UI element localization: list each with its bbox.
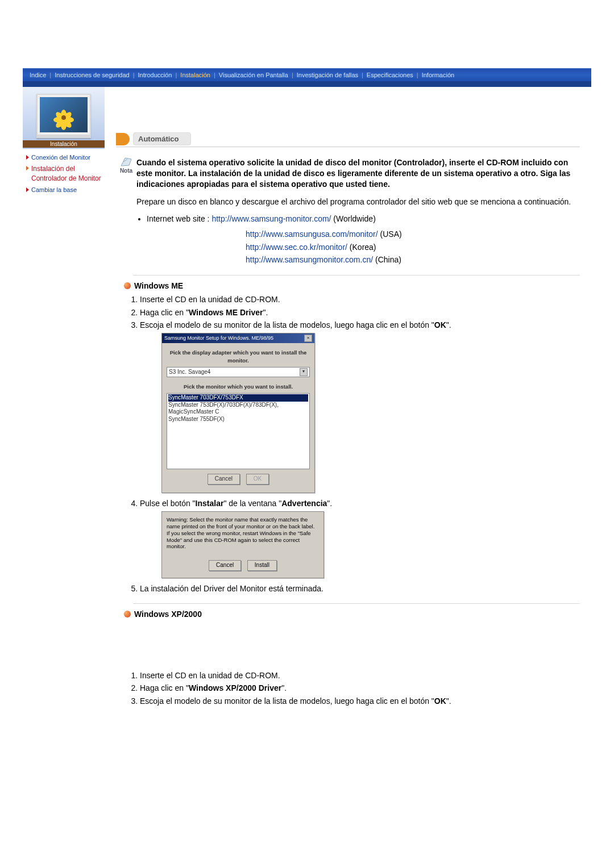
nota-text: Cuando el sistema operativo solicite la …	[136, 157, 580, 190]
install-button[interactable]: Install	[247, 560, 277, 571]
main-content: Automático Nota Cuando el sistema operat…	[105, 87, 591, 734]
link-korea[interactable]: http://www.sec.co.kr/monitor/	[246, 243, 347, 252]
list-item[interactable]: SyncMaster 753DF(X)/703DF(X)/783DF(X), M…	[168, 402, 308, 416]
page: Indice| Instrucciones de seguridad| Intr…	[23, 0, 591, 734]
me-step5: La instalación del Driver del Monitor es…	[140, 583, 580, 594]
nota-row: Nota Cuando el sistema operativo solicit…	[116, 157, 580, 190]
nav-indice[interactable]: Indice	[27, 72, 48, 78]
heading-windows-xp: Windows XP/2000	[124, 610, 580, 619]
hero-image: Instalación	[23, 87, 105, 149]
warning-text: Warning: Select the monitor name that ex…	[167, 516, 319, 550]
chevron-down-icon[interactable]: ▼	[300, 368, 308, 377]
ok-button[interactable]: OK	[246, 474, 269, 485]
link-ww[interactable]: http://www.samsung-monitor.com/	[211, 214, 331, 223]
heading-windows-me: Windows ME	[124, 281, 580, 290]
dlg-label2: Pick the monitor which you want to insta…	[167, 383, 310, 391]
sphere-icon	[124, 611, 131, 617]
nav-bar: Indice| Instrucciones de seguridad| Intr…	[23, 68, 591, 87]
dlg-select-adapter[interactable]: S3 Inc. Savage4▼	[167, 367, 310, 378]
list-item[interactable]: SyncMaster 755DF(X)	[168, 416, 308, 423]
dlg-title-text: Samsung Monitor Setup for Windows. ME/98…	[164, 335, 273, 342]
nav-visualizacion[interactable]: Visualización en Pantalla	[217, 72, 291, 78]
cancel-button[interactable]: Cancel	[208, 474, 240, 485]
link-china[interactable]: http://www.samsungmonitor.com.cn/	[246, 255, 373, 264]
nav-introduccion[interactable]: Introducción	[136, 72, 175, 78]
sidebar: Instalación Conexión del Monitor Instala…	[23, 87, 105, 734]
nav-informacion[interactable]: Información	[420, 72, 457, 78]
list-item[interactable]: SyncMaster 703DFX/753DFX	[168, 394, 308, 402]
me-step4: Pulse el botón "Instalar" de la ventana …	[140, 498, 580, 578]
nav-especificaciones[interactable]: Especificaciones	[364, 72, 416, 78]
nota-icon: Nota	[116, 157, 136, 174]
sub-links: http://www.samsungusa.com/monitor/ (USA)…	[246, 228, 580, 266]
link-prefix: Internet web site :	[147, 214, 211, 223]
section-badge-row: Automático	[116, 132, 580, 147]
steps-me: Inserte el CD en la unidad de CD-ROM. Ha…	[128, 294, 580, 594]
dialog-warning: Warning: Select the monitor name that ex…	[161, 511, 324, 578]
badge-accent	[116, 133, 130, 145]
badge-automatico: Automático	[133, 132, 191, 145]
separator	[133, 603, 580, 604]
dlg-label1: Pick the display adapter which you want …	[167, 349, 310, 365]
nav-instrucciones[interactable]: Instrucciones de seguridad	[52, 72, 131, 78]
xp-step2: Haga clic en "Windows XP/2000 Driver".	[140, 682, 580, 694]
sidebar-link-instalacion[interactable]: Instalación del Controlador de Monitor	[26, 164, 101, 183]
xp-step3: Escoja el modelo de su monitor de la lis…	[140, 695, 580, 707]
me-step2: Haga clic en "Windows ME Driver".	[140, 307, 580, 318]
cancel-button[interactable]: Cancel	[209, 560, 241, 571]
separator	[133, 275, 580, 276]
nav-investigacion[interactable]: Investigación de fallas	[294, 72, 360, 78]
sidebar-link-cambiar[interactable]: Cambiar la base	[26, 186, 101, 194]
dlg-monitor-list[interactable]: SyncMaster 703DFX/753DFX SyncMaster 753D…	[167, 393, 310, 469]
link-ww-suffix: (Worldwide)	[331, 214, 375, 223]
me-step1: Inserte el CD en la unidad de CD-ROM.	[140, 294, 580, 305]
hero-label: Instalación	[23, 140, 105, 148]
prep-text: Prepare un disco en blanco y descargue e…	[136, 197, 580, 208]
dialog-setup: Samsung Monitor Setup for Windows. ME/98…	[161, 333, 315, 493]
me-step3: Escoja el modelo de su monitor de la lis…	[140, 319, 580, 493]
sidebar-link-conexion[interactable]: Conexión del Monitor	[26, 153, 101, 162]
download-links: Internet web site : http://www.samsung-m…	[136, 214, 580, 223]
sphere-icon	[124, 282, 131, 289]
xp-step1: Inserte el CD en la unidad de CD-ROM.	[140, 670, 580, 681]
nav-instalacion[interactable]: Instalación	[178, 72, 213, 78]
link-usa[interactable]: http://www.samsungusa.com/monitor/	[246, 229, 378, 239]
close-icon[interactable]: ×	[304, 335, 312, 342]
steps-xp: Inserte el CD en la unidad de CD-ROM. Ha…	[128, 670, 580, 707]
